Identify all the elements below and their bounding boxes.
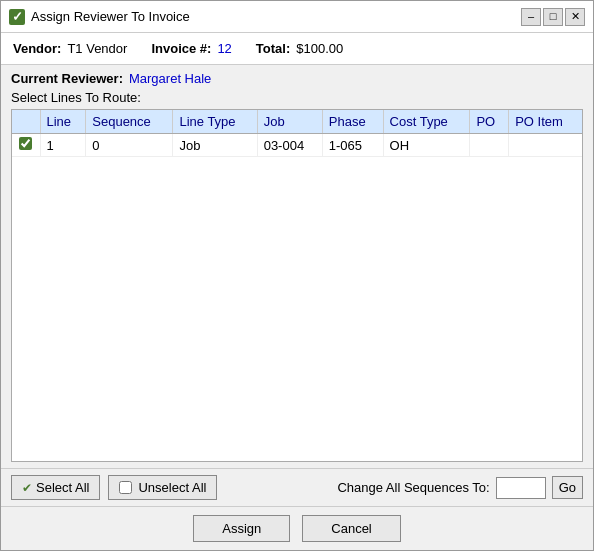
change-sequences-label: Change All Sequences To: [337, 480, 489, 495]
select-all-label: Select All [36, 480, 89, 495]
col-header-cost-type: Cost Type [383, 110, 470, 134]
main-window: ✓ Assign Reviewer To Invoice – □ ✕ Vendo… [0, 0, 594, 551]
select-lines-label: Select Lines To Route: [11, 90, 583, 105]
maximize-button[interactable]: □ [543, 8, 563, 26]
assign-button[interactable]: Assign [193, 515, 290, 542]
cancel-button[interactable]: Cancel [302, 515, 400, 542]
table-header-row: Line Sequence Line Type Job Phase Cost T… [12, 110, 582, 134]
total-value: $100.00 [296, 41, 343, 56]
reviewer-label: Current Reviewer: [11, 71, 123, 86]
window-title: Assign Reviewer To Invoice [31, 9, 515, 24]
cell-line: 1 [40, 134, 86, 157]
header-info: Vendor: T1 Vendor Invoice #: 12 Total: $… [1, 33, 593, 65]
cell-job: 03-004 [257, 134, 322, 157]
invoice-label: Invoice #: [151, 41, 211, 56]
col-header-po: PO [470, 110, 509, 134]
vendor-value: T1 Vendor [67, 41, 127, 56]
col-header-sequence: Sequence [86, 110, 173, 134]
col-header-checkbox [12, 110, 40, 134]
row-checkbox-cell[interactable] [12, 134, 40, 157]
unselect-checkbox-icon [119, 481, 132, 494]
vendor-info: Vendor: T1 Vendor [13, 41, 127, 56]
col-header-line: Line [40, 110, 86, 134]
reviewer-row: Current Reviewer: Margaret Hale [11, 71, 583, 86]
action-row: Assign Cancel [1, 506, 593, 550]
cell-phase: 1-065 [322, 134, 383, 157]
invoice-info: Invoice #: 12 [151, 41, 231, 56]
vendor-label: Vendor: [13, 41, 61, 56]
cell-po-item [509, 134, 582, 157]
row-checkbox[interactable] [19, 137, 32, 150]
total-info: Total: $100.00 [256, 41, 343, 56]
invoice-value: 12 [217, 41, 231, 56]
col-header-job: Job [257, 110, 322, 134]
bottom-bar: ✔ Select All Unselect All Change All Seq… [1, 468, 593, 506]
unselect-all-label: Unselect All [138, 480, 206, 495]
change-sequences-input[interactable] [496, 477, 546, 499]
lines-table: Line Sequence Line Type Job Phase Cost T… [12, 110, 582, 157]
select-all-button[interactable]: ✔ Select All [11, 475, 100, 500]
title-bar: ✓ Assign Reviewer To Invoice – □ ✕ [1, 1, 593, 33]
total-label: Total: [256, 41, 290, 56]
col-header-phase: Phase [322, 110, 383, 134]
cell-po [470, 134, 509, 157]
col-header-po-item: PO Item [509, 110, 582, 134]
content-area: Current Reviewer: Margaret Hale Select L… [1, 65, 593, 468]
unselect-all-button[interactable]: Unselect All [108, 475, 217, 500]
app-icon: ✓ [9, 9, 25, 25]
reviewer-value: Margaret Hale [129, 71, 211, 86]
lines-table-container: Line Sequence Line Type Job Phase Cost T… [11, 109, 583, 462]
cell-sequence: 0 [86, 134, 173, 157]
minimize-button[interactable]: – [521, 8, 541, 26]
change-sequences-area: Change All Sequences To: Go [337, 476, 583, 499]
cell-cost-type: OH [383, 134, 470, 157]
table-row: 1 0 Job 03-004 1-065 OH [12, 134, 582, 157]
col-header-line-type: Line Type [173, 110, 257, 134]
close-button[interactable]: ✕ [565, 8, 585, 26]
window-controls: – □ ✕ [521, 8, 585, 26]
go-button[interactable]: Go [552, 476, 583, 499]
cell-line-type: Job [173, 134, 257, 157]
select-all-check-icon: ✔ [22, 481, 32, 495]
